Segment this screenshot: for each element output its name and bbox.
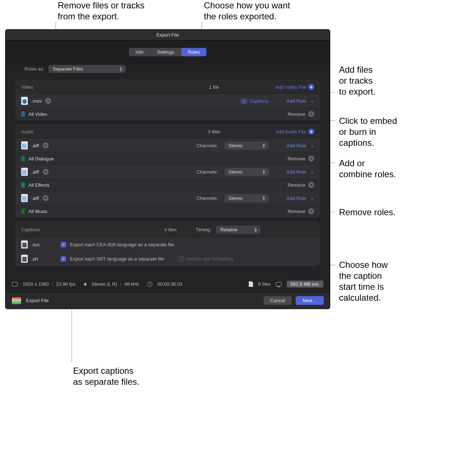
frame-icon: [12, 282, 18, 286]
footer-label: Export File: [26, 298, 49, 303]
captions-section-title: Captions: [21, 227, 145, 232]
scc-checkbox-label: Export each CEA-608 language as a separa…: [70, 242, 174, 247]
dialog-title: Export File: [5, 30, 330, 41]
add-video-file-button[interactable]: Add Video File +: [275, 84, 314, 90]
video-file-ext: .mov: [31, 98, 42, 104]
callout-remove-roles: Remove roles.: [339, 207, 396, 218]
video-section: Video 1 file Add Video File + .mov ✕ Cap…: [16, 80, 320, 120]
document-icon: [249, 281, 253, 287]
audio-file-ext: .aiff: [31, 195, 39, 201]
captions-file-count: 4 files: [151, 227, 191, 232]
audio-section-title: Audio: [21, 129, 153, 134]
timing-label: Timing:: [196, 227, 211, 232]
remove-role-icon: ✕: [308, 111, 314, 117]
audio-role-name: All Effects: [28, 182, 50, 188]
speaker-icon: [83, 282, 86, 286]
popup-stepper-icon: ▲▼: [262, 169, 266, 174]
audio-file-ext: .aiff: [31, 169, 39, 175]
remove-file-icon[interactable]: ✕: [43, 143, 49, 148]
remove-role-icon: ✕: [308, 156, 314, 162]
channels-popup[interactable]: Stereo▲▼: [225, 194, 269, 202]
callout-add-roles: Add or combine roles.: [339, 158, 396, 180]
timing-value: Relative: [220, 227, 237, 232]
timing-popup[interactable]: Relative ▲▼: [216, 226, 260, 233]
popup-stepper-icon: ▲▼: [262, 195, 266, 201]
video-section-title: Video: [21, 84, 153, 90]
scc-file-icon: [21, 240, 28, 248]
roles-as-value: Separate Files: [53, 66, 83, 72]
scc-ext: .scc: [31, 242, 57, 247]
channels-value: Stereo: [229, 143, 243, 148]
remove-file-icon[interactable]: ✕: [43, 195, 49, 201]
add-audio-file-button[interactable]: Add Audio File +: [275, 129, 314, 134]
remove-label: Remove: [288, 209, 305, 214]
callout-timing: Choose how the caption start time is cal…: [339, 259, 388, 303]
add-role-label: Add Role: [287, 195, 306, 201]
aiff-file-icon: [21, 141, 28, 149]
channels-label: Channels:: [197, 195, 218, 201]
chevron-down-icon: ⌄: [311, 169, 314, 174]
audio-file-row: .aiff✕Channels:Stereo▲▼Add Role⌄: [16, 164, 319, 179]
srt-separate-checkbox[interactable]: ✓: [61, 256, 66, 262]
video-file-count: 1 file: [153, 84, 275, 90]
audio-role-name: All Dialogue: [28, 156, 54, 162]
include-formatting-label: Include text formatting: [186, 256, 233, 262]
audio-role-name: All Music: [28, 209, 47, 214]
callout-add-files: Add files or tracks to export.: [339, 64, 376, 97]
roles-as-popup[interactable]: Separate Files ▲▼: [49, 65, 125, 73]
remove-video-role-button[interactable]: Remove ✕: [288, 111, 314, 117]
audio-role-row: All MusicRemove✕: [16, 205, 319, 217]
next-button[interactable]: Next…: [296, 296, 324, 305]
add-video-role-button[interactable]: Add Role ⌄: [287, 98, 314, 104]
popup-stepper-icon: ▲▼: [119, 67, 123, 72]
scc-separate-checkbox[interactable]: ✓: [61, 242, 66, 247]
status-file-count: 8 files: [258, 281, 271, 287]
tab-settings[interactable]: Settings: [150, 48, 181, 56]
mov-file-icon: [21, 97, 28, 105]
role-color-swatch: [21, 209, 25, 214]
add-audio-role-button[interactable]: Add Role⌄: [287, 143, 314, 148]
audio-file-row: .aiff✕Channels:Stereo▲▼Add Role⌄: [16, 138, 319, 152]
chevron-down-icon: ⌄: [311, 98, 314, 103]
dialog-tabs: Info Settings Roles: [5, 48, 330, 56]
add-audio-role-button[interactable]: Add Role⌄: [287, 195, 314, 201]
remove-label: Remove: [288, 111, 305, 117]
remove-audio-role-button[interactable]: Remove✕: [288, 182, 314, 188]
captions-button-label: Captions: [250, 98, 268, 104]
aiff-file-icon: [21, 168, 28, 176]
channels-label: Channels:: [197, 143, 218, 148]
export-preset-icon: [11, 297, 22, 305]
remove-file-icon[interactable]: ✕: [45, 98, 51, 104]
tab-info[interactable]: Info: [129, 48, 150, 56]
dialog-footer: Export File Cancel Next…: [5, 292, 330, 309]
role-color-swatch: [21, 182, 25, 187]
aiff-file-icon: [21, 194, 28, 202]
audio-file-count: 3 files: [153, 129, 275, 134]
audio-role-row: All EffectsRemove✕: [16, 179, 319, 191]
tab-roles[interactable]: Roles: [181, 48, 206, 56]
plus-icon: +: [308, 129, 314, 134]
srt-ext: .srt: [31, 256, 57, 262]
remove-audio-role-button[interactable]: Remove✕: [288, 156, 314, 162]
captions-button[interactable]: Captions: [241, 98, 268, 104]
cancel-button[interactable]: Cancel: [263, 296, 292, 305]
channels-popup[interactable]: Stereo▲▼: [225, 142, 269, 149]
plus-icon: +: [308, 84, 314, 90]
audio-file-row: .aiff✕Channels:Stereo▲▼Add Role⌄: [16, 191, 319, 205]
captions-section: Captions 4 files Timing: Relative ▲▼ .sc…: [16, 222, 320, 266]
add-audio-role-button[interactable]: Add Role⌄: [287, 169, 314, 175]
remove-role-icon: ✕: [308, 208, 314, 214]
remove-audio-role-button[interactable]: Remove✕: [288, 208, 314, 214]
role-color-swatch: [21, 156, 25, 161]
include-formatting-checkbox[interactable]: [179, 256, 184, 262]
remove-file-icon[interactable]: ✕: [43, 169, 49, 175]
channels-popup[interactable]: Stereo▲▼: [225, 168, 269, 176]
chevron-down-icon: ⌄: [311, 195, 314, 201]
monitor-icon: [276, 282, 282, 286]
roles-as-label: Roles as:: [24, 66, 44, 72]
role-color-swatch: [21, 111, 25, 117]
status-fps: 23.98 fps: [56, 281, 76, 287]
add-audio-file-label: Add Audio File: [275, 129, 306, 134]
audio-file-ext: .aiff: [31, 143, 39, 148]
callout-remove-files: Remove files or tracks from the export.: [58, 0, 144, 22]
